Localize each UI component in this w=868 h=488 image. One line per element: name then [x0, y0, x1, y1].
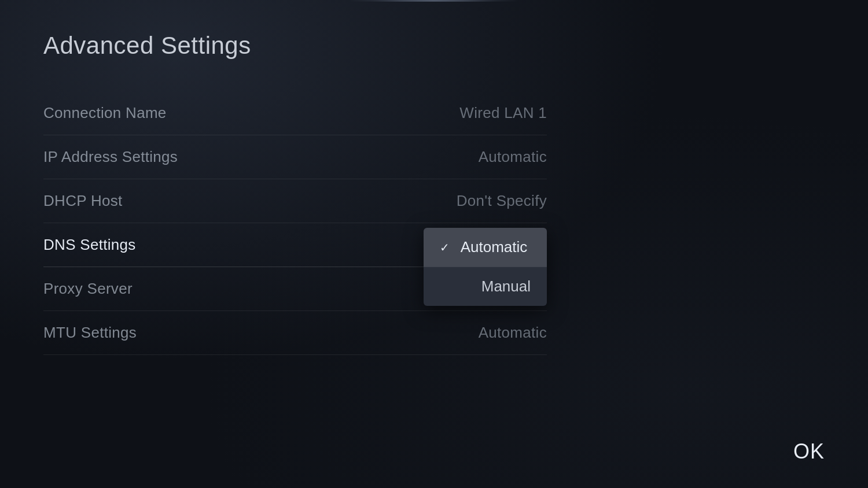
ip-address-value: Automatic: [479, 148, 547, 166]
proxy-server-label: Proxy Server: [43, 280, 133, 298]
dns-dropdown-menu: ✓ Automatic ✓ Manual: [424, 228, 547, 306]
dropdown-option-manual[interactable]: ✓ Manual: [424, 267, 547, 306]
dropdown-manual-label: Manual: [481, 278, 531, 295]
page-title: Advanced Settings: [43, 32, 825, 60]
setting-row-mtu-settings[interactable]: MTU Settings Automatic: [43, 311, 547, 355]
checkmark-icon: ✓: [440, 241, 453, 254]
main-content: Advanced Settings Connection Name Wired …: [0, 0, 868, 387]
connection-name-value: Wired LAN 1: [459, 104, 547, 122]
setting-row-connection-name[interactable]: Connection Name Wired LAN 1: [43, 91, 547, 135]
setting-row-dhcp-host[interactable]: DHCP Host Don't Specify: [43, 179, 547, 223]
setting-row-dns-settings[interactable]: DNS Settings ✓ Automatic ✓ Manual: [43, 223, 547, 267]
connection-name-label: Connection Name: [43, 104, 167, 122]
setting-row-ip-address[interactable]: IP Address Settings Automatic: [43, 135, 547, 179]
ok-button[interactable]: OK: [793, 439, 825, 464]
dropdown-option-automatic[interactable]: ✓ Automatic: [424, 228, 547, 267]
dropdown-automatic-label: Automatic: [461, 238, 528, 256]
dhcp-host-value: Don't Specify: [457, 192, 547, 210]
dns-settings-label: DNS Settings: [43, 236, 136, 254]
mtu-settings-label: MTU Settings: [43, 324, 137, 342]
settings-list: Connection Name Wired LAN 1 IP Address S…: [43, 91, 547, 355]
mtu-settings-value: Automatic: [479, 324, 547, 342]
ip-address-label: IP Address Settings: [43, 148, 178, 166]
dhcp-host-label: DHCP Host: [43, 192, 123, 210]
dns-dropdown-container: ✓ Automatic ✓ Manual: [424, 228, 547, 306]
